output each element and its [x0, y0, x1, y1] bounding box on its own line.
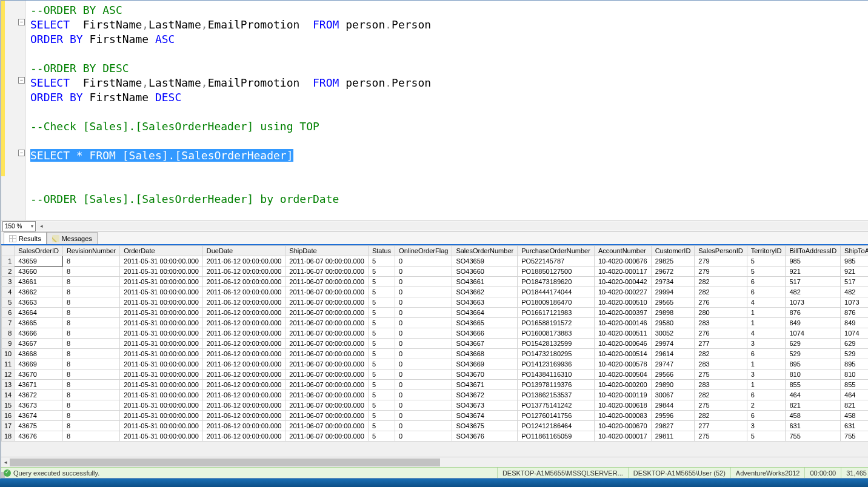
cell[interactable]: 5 [368, 277, 395, 287]
cell[interactable]: 2011-06-12 00:00:00.000 [202, 256, 285, 267]
cell[interactable]: 2011-06-07 00:00:00.000 [285, 359, 369, 369]
cell[interactable]: 464 [841, 390, 868, 400]
editor-horizontal-scrollbar[interactable]: ◂ ▸ [37, 222, 868, 230]
cell[interactable]: 0 [395, 369, 452, 380]
cell[interactable]: 8 [62, 369, 119, 380]
cell[interactable]: 1 [747, 359, 786, 369]
row-number[interactable]: 9 [2, 339, 15, 349]
cell[interactable]: 1073 [786, 297, 841, 308]
cell[interactable]: 282 [695, 390, 747, 400]
cell[interactable]: 0 [395, 339, 452, 349]
results-grid[interactable]: SalesOrderIDRevisionNumberOrderDateDueDa… [1, 245, 868, 442]
scroll-left-arrow-icon[interactable]: ◂ [1, 457, 10, 468]
cell[interactable]: 275 [695, 431, 747, 442]
cell[interactable]: 529 [841, 349, 868, 359]
cell[interactable]: 985 [841, 256, 868, 267]
cell[interactable]: PO18444174044 [518, 287, 595, 297]
row-number[interactable]: 6 [2, 308, 15, 318]
cell[interactable]: 43672 [15, 390, 63, 400]
cell[interactable]: PO16588191572 [518, 318, 595, 328]
cell[interactable]: SO43673 [452, 400, 518, 411]
cell[interactable]: 5 [368, 318, 395, 328]
cell[interactable]: 3 [747, 421, 786, 431]
cell[interactable]: PO12412186464 [518, 421, 595, 431]
cell[interactable]: 10-4020-000227 [594, 287, 651, 297]
cell[interactable]: 0 [395, 267, 452, 277]
cell[interactable]: 8 [62, 339, 119, 349]
row-number[interactable]: 4 [2, 287, 15, 297]
cell[interactable]: 43664 [15, 308, 63, 318]
cell[interactable]: 2011-06-12 00:00:00.000 [202, 277, 285, 287]
cell[interactable]: 8 [62, 318, 119, 328]
cell[interactable]: 2011-05-31 00:00:00.000 [120, 277, 203, 287]
cell[interactable]: 464 [786, 390, 841, 400]
cell[interactable]: 276 [695, 297, 747, 308]
cell[interactable]: 0 [395, 349, 452, 359]
cell[interactable]: 985 [786, 256, 841, 267]
cell[interactable]: 43659 [15, 256, 63, 267]
fold-toggle-icon[interactable]: − [18, 150, 25, 156]
cell[interactable]: 4 [747, 297, 786, 308]
cell[interactable]: 2011-05-31 00:00:00.000 [120, 256, 203, 267]
cell[interactable]: 282 [695, 287, 747, 297]
cell[interactable]: 2011-06-12 00:00:00.000 [202, 318, 285, 328]
cell[interactable]: 2011-06-07 00:00:00.000 [285, 411, 369, 421]
cell[interactable]: 3 [747, 339, 786, 349]
cell[interactable]: 29596 [651, 411, 695, 421]
cell[interactable]: 282 [695, 411, 747, 421]
cell[interactable]: 5 [747, 256, 786, 267]
cell[interactable]: 631 [786, 421, 841, 431]
cell[interactable]: 29994 [651, 287, 695, 297]
cell[interactable]: PO15428132599 [518, 339, 595, 349]
cell[interactable]: 2011-06-07 00:00:00.000 [285, 431, 369, 442]
cell[interactable]: 283 [695, 359, 747, 369]
cell[interactable]: PO16617121983 [518, 308, 595, 318]
row-number[interactable]: 13 [2, 380, 15, 390]
cell[interactable]: PO522145787 [518, 256, 595, 267]
cell[interactable]: 2011-05-31 00:00:00.000 [120, 390, 203, 400]
cell[interactable]: 2011-05-31 00:00:00.000 [120, 328, 203, 339]
cell[interactable]: 2011-06-12 00:00:00.000 [202, 297, 285, 308]
cell[interactable]: SO43668 [452, 349, 518, 359]
cell[interactable]: PO13775141242 [518, 400, 595, 411]
cell[interactable]: SO43671 [452, 380, 518, 390]
column-header[interactable]: TerritoryID [747, 246, 786, 256]
cell[interactable]: 29844 [651, 400, 695, 411]
cell[interactable]: 10-4020-000670 [594, 421, 651, 431]
table-row[interactable]: 54366382011-05-31 00:00:00.0002011-06-12… [2, 297, 869, 308]
cell[interactable]: 5 [368, 267, 395, 277]
cell[interactable]: 2011-06-07 00:00:00.000 [285, 256, 369, 267]
cell[interactable]: 10-4020-000511 [594, 328, 651, 339]
cell[interactable]: 2011-05-31 00:00:00.000 [120, 359, 203, 369]
cell[interactable]: 517 [786, 277, 841, 287]
cell[interactable]: 2011-05-31 00:00:00.000 [120, 287, 203, 297]
cell[interactable]: 895 [786, 359, 841, 369]
tab-messages[interactable]: Messages [47, 232, 98, 244]
cell[interactable]: 29672 [651, 267, 695, 277]
cell[interactable]: 29734 [651, 277, 695, 287]
cell[interactable]: SO43669 [452, 359, 518, 369]
cell[interactable]: SO43676 [452, 431, 518, 442]
cell[interactable]: 29898 [651, 308, 695, 318]
row-number[interactable]: 15 [2, 400, 15, 411]
cell[interactable]: SO43660 [452, 267, 518, 277]
column-header[interactable]: ShipDate [285, 246, 369, 256]
cell[interactable]: 2011-06-07 00:00:00.000 [285, 277, 369, 287]
cell[interactable]: 2011-05-31 00:00:00.000 [120, 421, 203, 431]
column-header[interactable]: BillToAddressID [786, 246, 841, 256]
cell[interactable]: 43661 [15, 277, 63, 287]
cell[interactable]: 2011-06-07 00:00:00.000 [285, 308, 369, 318]
row-number[interactable]: 7 [2, 318, 15, 328]
cell[interactable]: 277 [695, 421, 747, 431]
cell[interactable]: 8 [62, 308, 119, 318]
cell[interactable]: 5 [368, 369, 395, 380]
cell[interactable]: 849 [841, 318, 868, 328]
cell[interactable]: 29890 [651, 380, 695, 390]
cell[interactable]: 8 [62, 349, 119, 359]
column-header[interactable]: SalesOrderNumber [452, 246, 518, 256]
cell[interactable]: 43667 [15, 339, 63, 349]
cell[interactable]: 5 [368, 431, 395, 442]
row-number[interactable]: 17 [2, 421, 15, 431]
cell[interactable]: 2011-06-12 00:00:00.000 [202, 421, 285, 431]
cell[interactable]: SO43663 [452, 297, 518, 308]
